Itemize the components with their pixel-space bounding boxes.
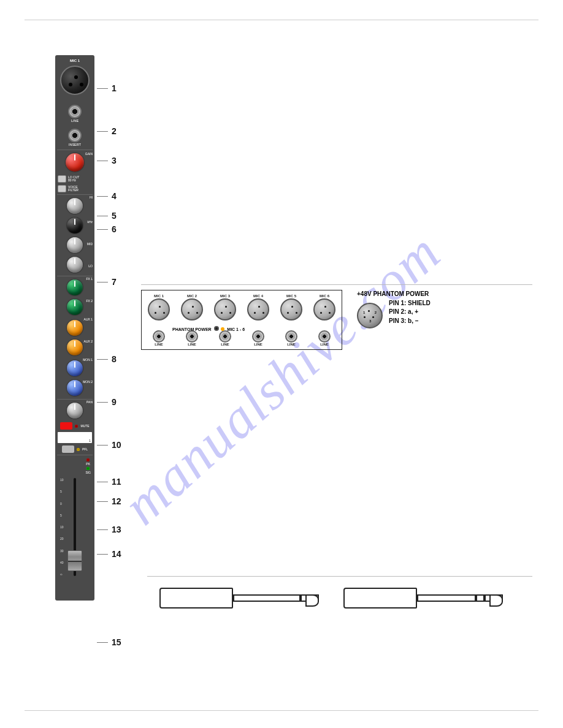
callout-11: 11 [97,477,121,487]
mic1-cell: MIC 1 LINE [144,294,174,347]
eq-hi-knob[interactable] [67,198,83,214]
locut-freq: 80 Hz [68,179,79,182]
mon1-label: MON 1 [83,358,93,362]
mic3-cell: MIC 3 LINE [210,294,240,347]
diagram-rule [147,576,532,577]
mic-label: MIC 2 [187,294,197,298]
mic4-cell: MIC 4 LINE [243,294,273,347]
aux1-knob[interactable] [67,320,83,336]
callout-9: 9 [97,397,117,407]
mic-xlr-icon [181,298,203,320]
ts-plug-icon [159,588,319,612]
callout-4: 4 [97,191,117,201]
page-rule-bottom [25,710,538,711]
line-jack-icon [219,330,231,343]
mic-label: MIC 1 [154,294,164,298]
line-label: LINE [320,343,329,346]
mic-label: MIC 5 [286,294,296,298]
divider [57,399,93,400]
fx2-knob[interactable] [67,299,83,315]
pin3-text: PIN 3: b, – [389,317,431,326]
line-jack-icon [186,330,198,343]
line-label: LINE [155,343,163,346]
mute-button[interactable] [60,422,72,430]
insert-jack[interactable] [68,129,82,142]
voice-filter-button[interactable] [58,185,66,192]
eq-mid-knob[interactable] [67,237,83,253]
pan-section: PAN [55,400,94,421]
eq-khz-label: kHz [87,220,93,224]
mon-section: MON 1 MON 2 [55,358,94,398]
page-rule-top [25,20,538,20]
line-label: LINE [254,343,262,346]
line-input-jack[interactable] [68,105,82,118]
mic-xlr-icon [313,298,335,320]
callout-3: 3 [97,156,117,165]
pan-knob[interactable] [67,403,83,419]
pinout-block: +48V PHANTOM POWER 1 2 3 PIN 1: SHIELD P… [357,290,431,332]
callout-8: 8 [97,354,117,364]
voice-row: VOICE FILTER [55,184,94,194]
mon2-label: MON 2 [83,380,93,384]
fader-section: 10 5 0 5 10 20 30 40 ∞ [55,474,94,597]
jacks-panel [147,576,532,612]
insert-label: INSERT [69,143,81,146]
callout-10: 10 [97,440,121,450]
pfl-row: PFL [55,444,94,454]
fader-cap[interactable] [67,550,82,571]
callout-14: 14 [97,549,121,559]
callout-1: 1 [97,83,117,93]
line-jack-icon [285,330,297,343]
gain-section: GAIN [55,151,94,174]
gain-label: GAIN [85,152,93,156]
eq-lo-label: LO [88,264,93,268]
mic-xlr-input[interactable] [60,66,90,95]
line-label: LINE [287,343,296,346]
mute-row: MUTE [55,421,94,431]
mon2-knob[interactable] [67,380,83,396]
aux-section: AUX 1 AUX 2 [55,317,94,358]
fx-section: FX 1 FX 2 [55,277,94,317]
fader-tick: ∞ [60,572,64,576]
phantom-led-icon [221,327,224,331]
aux2-knob[interactable] [67,339,83,355]
fader-scale: 10 5 0 5 10 20 30 40 ∞ [60,478,64,576]
fx1-knob[interactable] [67,279,83,295]
trs-plug-icon [343,588,503,612]
mic-xlr-icon [214,298,236,320]
line-label: LINE [71,119,79,123]
fader-tick: 0 [60,502,64,506]
eq-mid-label: MID [87,242,93,246]
fader-tick: 30 [60,549,64,553]
mute-label: MUTE [80,425,89,428]
diagram-rule [141,284,532,285]
callout-5: 5 [97,211,117,221]
channel-strip: MIC 1 LINE INSERT GAIN LO CUT 80 Hz VOIC… [55,55,94,601]
line-label: LINE [188,343,196,346]
pan-label: PAN [86,400,93,404]
line-jack-icon [252,330,264,343]
eq-hi-label: HI [90,195,93,199]
callout-7: 7 [97,277,117,287]
meter-row: PK SIG [55,456,94,474]
gain-knob[interactable] [66,153,84,172]
mon1-knob[interactable] [67,360,83,376]
xlr-panel-diagram: MIC 1 LINE MIC 2 LINE MIC 3 LINE [141,284,532,350]
line-jack-icon [318,330,331,343]
eq-freq-knob[interactable] [67,218,83,233]
callout-6: 6 [97,224,117,234]
channel-number: 1 [89,439,91,442]
mic-xlr-icon [148,298,170,320]
callout-12: 12 [97,496,121,506]
eq-lo-knob[interactable] [67,257,83,273]
aux1-label: AUX 1 [84,317,93,321]
line-jack-icon [153,330,165,343]
callout-13: 13 [97,525,121,534]
mic-label: MIC 4 [253,294,263,298]
divider [57,276,93,276]
locut-button[interactable] [58,175,66,183]
phantom-power-label: PHANTOM POWER MIC 1 - 6 [172,326,245,332]
locut-row: LO CUT 80 Hz [55,174,94,184]
pfl-button[interactable] [62,446,74,453]
pfl-label: PFL [82,448,88,451]
